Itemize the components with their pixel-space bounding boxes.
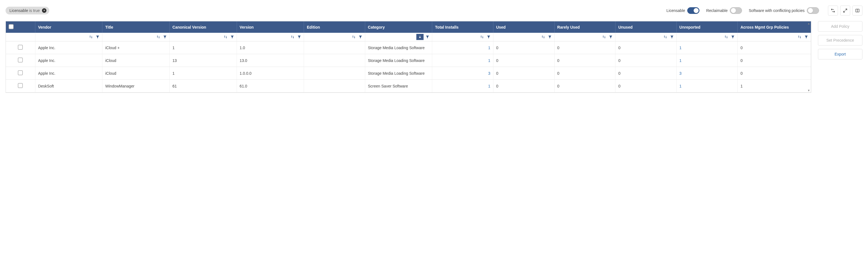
export-button[interactable]: Export bbox=[818, 49, 862, 60]
cell-title: WindowManager bbox=[102, 80, 169, 93]
select-all-checkbox[interactable] bbox=[9, 24, 13, 29]
col-used[interactable]: Used bbox=[493, 22, 554, 33]
col-total-installs[interactable]: Total Installs bbox=[432, 22, 493, 33]
filter-icon[interactable] bbox=[297, 34, 302, 39]
link-total_installs[interactable]: 3 bbox=[488, 71, 490, 75]
cell-title: iCloud bbox=[102, 54, 169, 67]
table-row: DeskSoftWindowManager6161.0Screen Saver … bbox=[6, 80, 811, 93]
cell-canonical_version: 61 bbox=[169, 80, 237, 93]
col-unreported[interactable]: Unreported bbox=[676, 22, 738, 33]
filter-icon[interactable] bbox=[547, 34, 553, 39]
toggle-reclaimable-label: Reclaimable bbox=[706, 8, 727, 13]
cell-vendor: Apple Inc. bbox=[35, 67, 102, 80]
sort-icon[interactable] bbox=[290, 34, 296, 39]
cell-canonical_version: 1 bbox=[169, 67, 237, 80]
cell-policies: 1 bbox=[738, 80, 811, 93]
row-checkbox[interactable] bbox=[18, 83, 23, 88]
link-unreported[interactable]: 3 bbox=[679, 71, 682, 75]
col-title[interactable]: Title bbox=[102, 22, 169, 33]
col-canonical-version[interactable]: Canonical Version bbox=[169, 22, 237, 33]
sort-icon[interactable] bbox=[88, 34, 94, 39]
cell-category: Screen Saver Software bbox=[365, 80, 432, 93]
cell-title: iCloud bbox=[102, 67, 169, 80]
link-unreported[interactable]: 1 bbox=[679, 58, 682, 63]
cell-version: 1.0 bbox=[237, 41, 304, 54]
cell-canonical_version: 13 bbox=[169, 54, 237, 67]
add-policy-button[interactable]: Add Policy bbox=[818, 21, 862, 32]
row-checkbox[interactable] bbox=[18, 58, 23, 63]
link-unreported[interactable]: 1 bbox=[679, 84, 682, 88]
toggle-conflicting[interactable] bbox=[807, 7, 819, 14]
cell-used: 0 bbox=[493, 67, 554, 80]
cell-unused: 0 bbox=[616, 67, 677, 80]
cell-vendor: DeskSoft bbox=[35, 80, 102, 93]
link-unreported[interactable]: 1 bbox=[679, 45, 682, 50]
filter-icon[interactable] bbox=[358, 34, 363, 39]
expand-icon[interactable] bbox=[840, 6, 850, 15]
link-total_installs[interactable]: 1 bbox=[488, 58, 490, 63]
filter-chip-label: Licensable bbox=[9, 8, 28, 13]
link-total_installs[interactable]: 1 bbox=[488, 45, 490, 50]
filter-icon[interactable] bbox=[425, 34, 430, 39]
sort-icon[interactable] bbox=[797, 34, 802, 39]
cell-edition bbox=[304, 67, 365, 80]
link-total_installs[interactable]: 1 bbox=[488, 84, 490, 88]
set-precedence-button[interactable]: Set Precedence bbox=[818, 35, 862, 45]
filter-chip-value: is true bbox=[29, 8, 40, 13]
col-unused[interactable]: Unused bbox=[616, 22, 677, 33]
cell-total_installs: 1 bbox=[432, 54, 493, 67]
filter-icon[interactable] bbox=[486, 34, 491, 39]
cell-used: 0 bbox=[493, 54, 554, 67]
cell-rarely_used: 0 bbox=[554, 80, 616, 93]
filter-icon[interactable] bbox=[95, 34, 100, 39]
filter-icon[interactable] bbox=[669, 34, 675, 39]
sort-icon[interactable] bbox=[723, 34, 729, 39]
sort-icon[interactable] bbox=[479, 34, 485, 39]
col-edition[interactable]: Edition bbox=[304, 22, 365, 33]
cell-edition bbox=[304, 41, 365, 54]
col-policies[interactable]: Across Mgmt Grp Policies bbox=[738, 22, 811, 33]
table-row: Apple Inc.iCloud11.0.0.0Storage Media Lo… bbox=[6, 67, 811, 80]
filter-icon[interactable] bbox=[804, 34, 809, 39]
sort-icon[interactable] bbox=[662, 34, 668, 39]
cell-edition bbox=[304, 80, 365, 93]
cell-unreported: 1 bbox=[676, 54, 738, 67]
cell-version: 1.0.0.0 bbox=[237, 67, 304, 80]
cell-unused: 0 bbox=[616, 54, 677, 67]
col-version[interactable]: Version bbox=[237, 22, 304, 33]
cell-unreported: 1 bbox=[676, 80, 738, 93]
cell-unreported: 1 bbox=[676, 41, 738, 54]
filter-chip-close-icon[interactable]: ✕ bbox=[42, 8, 46, 13]
col-category[interactable]: Category bbox=[365, 22, 432, 33]
cell-policies: 0 bbox=[738, 67, 811, 80]
sort-icon[interactable] bbox=[351, 34, 356, 39]
cell-vendor: Apple Inc. bbox=[35, 54, 102, 67]
cell-total_installs: 1 bbox=[432, 80, 493, 93]
filter-icon[interactable] bbox=[608, 34, 614, 39]
cell-version: 13.0 bbox=[237, 54, 304, 67]
cell-unreported: 3 bbox=[676, 67, 738, 80]
table-row: Apple Inc.iCloud +11.0Storage Media Load… bbox=[6, 41, 811, 54]
filter-chip: Licensable is true ✕ bbox=[6, 7, 49, 14]
toggle-conflicting-label: Software with conflicting policies bbox=[749, 8, 805, 13]
col-vendor[interactable]: Vendor bbox=[35, 22, 102, 33]
sort-icon[interactable] bbox=[155, 34, 161, 39]
cell-unused: 0 bbox=[616, 41, 677, 54]
cell-total_installs: 1 bbox=[432, 41, 493, 54]
sort-icon[interactable] bbox=[540, 34, 546, 39]
columns-icon[interactable] bbox=[852, 6, 862, 15]
sort-desc-icon[interactable] bbox=[416, 34, 424, 40]
cell-category: Storage Media Loading Software bbox=[365, 54, 432, 67]
toggle-reclaimable[interactable] bbox=[730, 7, 742, 14]
cell-policies: 0 bbox=[738, 54, 811, 67]
row-checkbox[interactable] bbox=[18, 45, 23, 50]
toggle-licensable[interactable] bbox=[687, 7, 700, 14]
sort-icon[interactable] bbox=[223, 34, 228, 39]
filter-icon[interactable] bbox=[730, 34, 736, 39]
col-rarely-used[interactable]: Rarely Used bbox=[554, 22, 616, 33]
filter-icon[interactable] bbox=[162, 34, 168, 39]
swap-icon[interactable] bbox=[828, 6, 838, 15]
filter-icon[interactable] bbox=[229, 34, 235, 39]
row-checkbox[interactable] bbox=[18, 70, 23, 75]
sort-icon[interactable] bbox=[601, 34, 607, 39]
